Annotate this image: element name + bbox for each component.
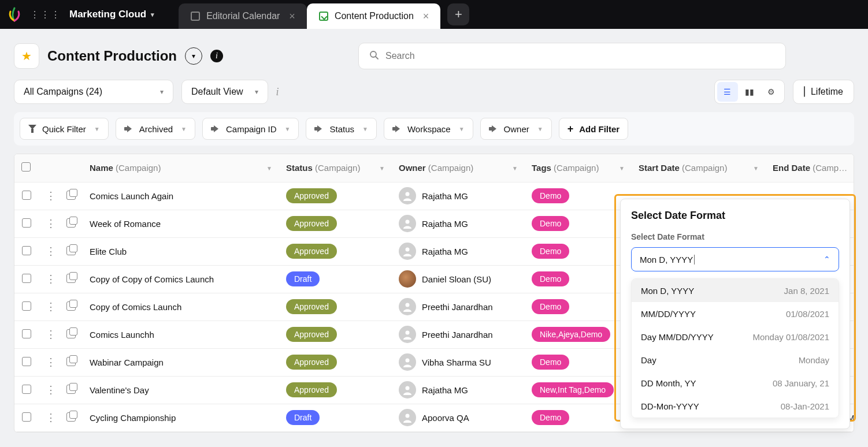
row-menu[interactable]: ⋮ [39,265,60,293]
tab-content-production[interactable]: Content Production × [307,3,441,29]
row-menu[interactable]: ⋮ [39,293,60,321]
page-title-dropdown[interactable]: ▾ [185,47,202,65]
row-checkbox[interactable] [14,376,39,404]
chevron-down-icon: ▼ [459,126,465,132]
row-checkbox[interactable] [14,348,39,376]
avatar [399,215,416,232]
row-owner: Rajatha MG [392,237,525,265]
status-badge: Draft [286,271,320,286]
row-menu[interactable]: ⋮ [39,237,60,265]
row-menu[interactable]: ⋮ [39,210,60,237]
date-format-option[interactable]: DayMonday [632,348,839,371]
svg-point-7 [406,359,410,363]
row-checkbox[interactable] [14,265,39,293]
avatar [399,187,416,204]
campaign-id-filter-chip[interactable]: Campaign ID ▼ [202,118,299,140]
view-select[interactable]: Default View ▾ [181,80,268,104]
row-checkbox[interactable] [14,210,39,237]
owner-name: Daniel Sloan (SU) [422,274,491,284]
date-format-options: Mon D, YYYYJan 8, 2021MM/DD/YYYY01/08/20… [631,278,839,418]
date-range-button[interactable]: Lifetime [793,80,854,104]
row-link[interactable] [60,348,83,376]
tag-badge: Nike,Ajeya,Demo [532,327,610,342]
close-icon[interactable]: × [289,10,295,23]
column-header-end[interactable]: End Date (Camp…▼ [766,154,854,182]
row-checkbox[interactable] [14,404,39,431]
favorite-button[interactable]: ★ [14,43,39,69]
workspace-filter-chip[interactable]: Workspace ▼ [384,118,473,140]
megaphone-icon [489,125,498,132]
kebab-icon: ⋮ [46,218,56,229]
new-tab-button[interactable]: + [447,3,469,25]
row-link[interactable] [60,265,83,293]
chevron-down-icon: ▼ [181,126,187,132]
app-title-dropdown[interactable]: Marketing Cloud ▾ [69,9,154,20]
info-icon[interactable]: i [276,86,279,98]
row-checkbox[interactable] [14,182,39,210]
owner-name: Apoorva QA [422,413,469,423]
archived-filter-chip[interactable]: Archived ▼ [116,118,195,140]
row-link[interactable] [60,404,83,431]
option-example: Monday [799,355,829,365]
row-link[interactable] [60,182,83,210]
select-all-header[interactable] [14,154,39,182]
row-checkbox[interactable] [14,321,39,348]
add-filter-button[interactable]: + Add Filter [559,118,629,140]
row-menu[interactable]: ⋮ [39,348,60,376]
row-menu[interactable]: ⋮ [39,182,60,210]
close-icon[interactable]: × [423,10,429,23]
column-header-status[interactable]: Status (Campaign)▼ [279,154,392,182]
column-header-start[interactable]: Start Date (Campaign)▼ [632,154,766,182]
chevron-down-icon: ▼ [537,126,543,132]
owner-name: Vibha Sharma SU [422,357,491,367]
row-name: Wabinar Campaign [83,348,279,376]
info-button[interactable]: i [210,50,223,62]
column-header-name[interactable]: Name (Campaign)▼ [83,154,279,182]
checkbox-icon [22,191,31,200]
date-format-select[interactable]: Mon D, YYYY ⌃ [631,247,839,271]
row-checkbox[interactable] [14,293,39,321]
row-menu[interactable]: ⋮ [39,404,60,431]
status-filter-chip[interactable]: Status ▼ [306,118,376,140]
date-format-option[interactable]: DD-Mon-YYYY08-Jan-2021 [632,394,839,418]
row-link[interactable] [60,237,83,265]
owner-filter-chip[interactable]: Owner ▼ [480,118,552,140]
row-link[interactable] [60,293,83,321]
row-menu[interactable]: ⋮ [39,376,60,404]
checkbox-icon [22,385,31,394]
avatar [399,298,416,315]
row-menu[interactable]: ⋮ [39,321,60,348]
row-link[interactable] [60,376,83,404]
tag-badge: Demo [532,271,569,286]
column-header-owner[interactable]: Owner (Campaign)▼ [392,154,525,182]
column-header-tags[interactable]: Tags (Campaign)▼ [525,154,632,182]
svg-line-1 [376,57,378,59]
add-filter-label: Add Filter [579,124,620,134]
calendar-icon [804,87,805,97]
campaign-filter-select[interactable]: All Campaigns (24) ▾ [14,80,173,104]
row-link[interactable] [60,210,83,237]
date-format-option[interactable]: MM/DD/YYYY01/08/2021 [632,302,839,325]
row-owner: Rajatha MG [392,182,525,210]
board-view-button[interactable]: ▮▮ [739,82,760,102]
app-launcher-icon[interactable]: ⋮⋮⋮ [30,9,61,20]
chip-label: Quick Filter [42,124,86,134]
date-format-option[interactable]: Mon D, YYYYJan 8, 2021 [632,279,839,302]
quick-filter-chip[interactable]: Quick Filter ▼ [20,118,109,140]
row-checkbox[interactable] [14,237,39,265]
funnel-icon [28,125,36,133]
plus-icon: + [567,123,574,135]
date-format-option[interactable]: Day MM/DD/YYYYMonday 01/08/2021 [632,325,839,348]
search-box[interactable] [358,43,786,69]
toolbar: All Campaigns (24) ▾ Default View ▾ i ☰ … [0,75,868,112]
date-format-option[interactable]: DD Month, YY08 January, 21 [632,371,839,394]
chevron-up-icon: ⌃ [824,255,830,264]
tab-strip: Editorial Calendar × Content Production … [179,0,469,29]
list-view-button[interactable]: ☰ [717,82,738,102]
link-icon [66,246,76,255]
search-input[interactable] [385,51,775,61]
settings-view-button[interactable]: ⚙ [761,82,782,102]
tab-editorial-calendar[interactable]: Editorial Calendar × [179,3,307,29]
checkbox-icon [22,246,31,255]
row-link[interactable] [60,321,83,348]
